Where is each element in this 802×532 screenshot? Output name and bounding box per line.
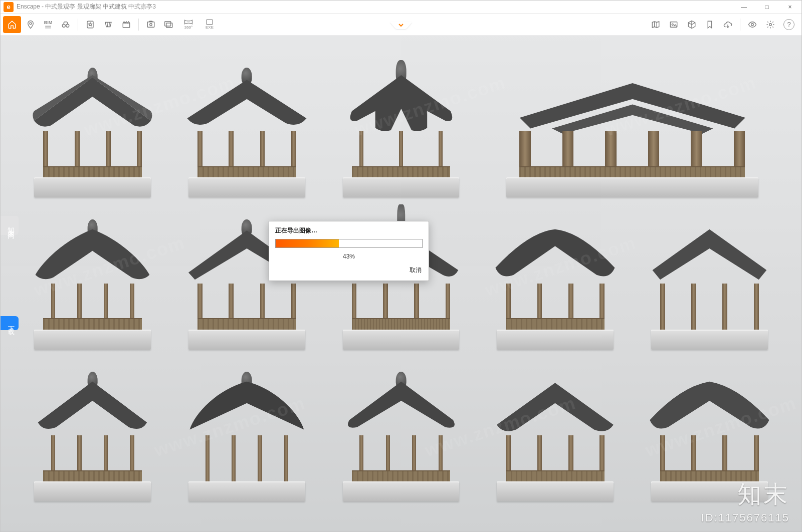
screenshot-button[interactable] bbox=[142, 16, 159, 33]
toolbar-right-group: ? bbox=[647, 14, 798, 35]
cancel-button[interactable]: 取消 bbox=[410, 267, 422, 274]
pavilion-model bbox=[175, 360, 319, 501]
dialog-title: 正在导出图像… bbox=[269, 221, 429, 239]
minimize-button[interactable]: — bbox=[732, 1, 755, 14]
svg-point-17 bbox=[672, 24, 673, 25]
batch-render-button[interactable] bbox=[160, 16, 177, 33]
binoculars-button[interactable] bbox=[57, 16, 74, 33]
bookmark-icon bbox=[705, 20, 714, 29]
pavilion-model bbox=[329, 360, 473, 501]
visual-settings-button[interactable] bbox=[744, 16, 761, 33]
panorama-icon bbox=[184, 19, 193, 25]
svg-point-19 bbox=[769, 23, 772, 26]
svg-point-3 bbox=[62, 24, 65, 27]
svg-rect-16 bbox=[670, 22, 677, 27]
svg-point-4 bbox=[66, 24, 69, 27]
settings-button[interactable] bbox=[762, 16, 779, 33]
minimize-icon: — bbox=[741, 4, 747, 11]
gear-icon bbox=[766, 20, 775, 29]
svg-rect-9 bbox=[147, 22, 154, 27]
progress-bar-fill bbox=[276, 239, 339, 247]
pin-icon bbox=[26, 20, 35, 29]
svg-line-7 bbox=[109, 22, 110, 27]
svg-point-10 bbox=[150, 23, 152, 26]
pavilion-model bbox=[21, 360, 165, 501]
pavilion-model bbox=[175, 56, 319, 197]
panorama-label: 360° bbox=[184, 25, 193, 30]
svg-rect-12 bbox=[166, 23, 172, 28]
toolbar-separator bbox=[78, 19, 78, 31]
maximize-icon: □ bbox=[765, 4, 768, 11]
video-button[interactable] bbox=[118, 16, 135, 33]
cloud-button[interactable] bbox=[719, 16, 736, 33]
bookmark-button[interactable] bbox=[701, 16, 718, 33]
home-button[interactable] bbox=[3, 16, 21, 33]
help-button[interactable]: ? bbox=[783, 19, 794, 30]
bim-mode-button[interactable]: BIM bbox=[40, 16, 57, 33]
svg-rect-13 bbox=[207, 20, 213, 24]
toolbar-separator bbox=[740, 19, 740, 31]
titlebar[interactable]: e Enscape - 中式景观亭 景观廊架 中式建筑 中式凉亭3 — □ × bbox=[1, 1, 801, 14]
progress-percent-label: 43% bbox=[269, 248, 429, 263]
home-icon bbox=[8, 20, 17, 29]
pavilion-model bbox=[329, 56, 473, 197]
panorama-button[interactable]: 360° bbox=[178, 16, 198, 33]
favorite-button[interactable] bbox=[82, 16, 99, 33]
help-icon: ? bbox=[787, 21, 790, 28]
svg-point-0 bbox=[30, 22, 32, 24]
window-title: Enscape - 中式景观亭 景观廊架 中式建筑 中式凉亭3 bbox=[17, 3, 156, 11]
asset-library-icon bbox=[669, 20, 678, 29]
map-icon bbox=[651, 20, 660, 29]
export-exe-button[interactable]: EXE bbox=[199, 16, 220, 33]
brand-overlay: 知末 ID:1175676115 bbox=[701, 478, 789, 524]
toolbar-separator bbox=[138, 19, 139, 31]
pavilion-model bbox=[483, 207, 628, 349]
perspective-icon bbox=[104, 20, 113, 29]
pavilion-model bbox=[637, 207, 781, 349]
brand-name: 知末 bbox=[701, 478, 789, 510]
toolbar-expand-handle[interactable] bbox=[390, 22, 412, 29]
close-icon: × bbox=[788, 4, 791, 11]
download-badge[interactable]: 下载 bbox=[1, 316, 19, 330]
exe-box-icon bbox=[206, 19, 214, 25]
screenshot-icon bbox=[146, 20, 155, 29]
pavilion-model bbox=[21, 56, 165, 197]
svg-line-6 bbox=[107, 22, 108, 27]
export-progress-dialog: 正在导出图像… 43% 取消 bbox=[269, 221, 429, 281]
pin-button[interactable] bbox=[22, 16, 39, 33]
brand-id: ID:1175676115 bbox=[701, 511, 789, 524]
progress-bar bbox=[275, 239, 423, 248]
scene-content bbox=[1, 36, 801, 531]
bim-lines-icon bbox=[45, 25, 52, 29]
object-button[interactable] bbox=[683, 16, 700, 33]
bim-label-text: BIM bbox=[44, 20, 53, 25]
cloud-icon bbox=[723, 20, 733, 29]
perspective-button[interactable] bbox=[100, 16, 117, 33]
map-button[interactable] bbox=[647, 16, 664, 33]
app-window: e Enscape - 中式景观亭 景观廊架 中式建筑 中式凉亭3 — □ × … bbox=[0, 0, 802, 532]
binoculars-icon bbox=[61, 20, 71, 29]
svg-rect-11 bbox=[165, 22, 171, 26]
svg-rect-8 bbox=[123, 23, 130, 28]
app-logo-icon: e bbox=[4, 2, 14, 12]
favorite-icon bbox=[86, 20, 95, 29]
eye-icon bbox=[747, 20, 757, 29]
pavilion-model bbox=[483, 360, 628, 501]
cube-icon bbox=[687, 20, 696, 29]
site-badge: 知末网 bbox=[1, 216, 19, 235]
pavilion-model bbox=[21, 207, 165, 349]
exe-label: EXE bbox=[206, 25, 214, 30]
asset-library-button[interactable] bbox=[665, 16, 682, 33]
pavilion-model bbox=[483, 56, 781, 197]
render-viewport[interactable]: www.znzmo.com www.znzmo.com www.znzmo.co… bbox=[1, 36, 801, 531]
clapperboard-icon bbox=[122, 20, 131, 29]
close-button[interactable]: × bbox=[778, 1, 801, 14]
svg-point-18 bbox=[751, 23, 754, 26]
maximize-button[interactable]: □ bbox=[755, 1, 778, 14]
batch-render-icon bbox=[164, 20, 174, 29]
